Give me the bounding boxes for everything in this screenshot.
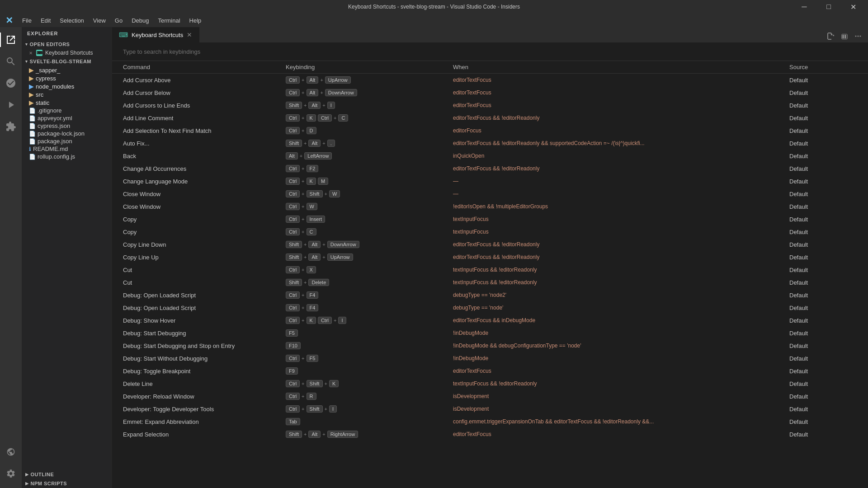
tree-item-package[interactable]: 📄 package.json — [22, 137, 112, 145]
tree-item-static[interactable]: ▶ static — [22, 99, 112, 107]
key-plus: + — [302, 292, 304, 298]
table-row[interactable]: CutCtrl+XtextInputFocus && !editorReadon… — [112, 263, 868, 276]
table-row[interactable]: Debug: Toggle BreakpointF9editorTextFocu… — [112, 365, 868, 377]
key-plus: + — [302, 216, 304, 222]
row-when: textInputFocus — [453, 216, 789, 222]
tab-close-kb[interactable]: ✕ — [187, 32, 192, 38]
open-settings-json-icon[interactable] — [825, 30, 837, 42]
npm-scripts-section[interactable]: ▶ NPM SCRIPTS — [22, 479, 112, 488]
menu-go[interactable]: Go — [110, 15, 127, 26]
menu-selection[interactable]: Selection — [55, 15, 88, 26]
more-actions-icon[interactable] — [852, 30, 864, 42]
tree-item-src[interactable]: ▶ src — [22, 90, 112, 99]
close-button[interactable]: ✕ — [843, 0, 863, 14]
row-command: Debug: Start Debugging and Stop on Entry — [123, 343, 286, 349]
table-row[interactable]: Auto Fix...Shift+Alt+.editorTextFocus &&… — [112, 137, 868, 150]
table-row[interactable]: Debug: Start Without DebuggingCtrl+F5!in… — [112, 352, 868, 365]
row-command: Delete Line — [123, 380, 286, 387]
table-row[interactable]: Copy Line UpShift+Alt+UpArroweditorTextF… — [112, 251, 868, 263]
tree-item-sapper[interactable]: ▶ _sapper_ — [22, 66, 112, 74]
table-row[interactable]: Close WindowCtrl+W!editorIsOpen && !mult… — [112, 200, 868, 213]
table-row[interactable]: Debug: Show HoverCtrl+KCtrl+IeditorTextF… — [112, 314, 868, 327]
table-row[interactable]: Add Cursor BelowCtrl+Alt+DownArroweditor… — [112, 86, 868, 99]
table-row[interactable]: Change Language ModeCtrl+KM—Default — [112, 175, 868, 188]
table-row[interactable]: Add Cursors to Line EndsShift+Alt+Iedito… — [112, 99, 868, 112]
menu-help[interactable]: Help — [185, 15, 206, 26]
row-command: Add Cursor Below — [123, 89, 286, 96]
extensions-icon[interactable] — [0, 116, 22, 137]
source-control-icon[interactable] — [0, 72, 22, 94]
tree-item-appveyor[interactable]: 📄 appveyor.yml — [22, 114, 112, 122]
search-activity-icon[interactable] — [0, 51, 22, 72]
row-keybinding: Tab — [286, 418, 453, 425]
table-row[interactable]: Change All OccurrencesCtrl+F2editorTextF… — [112, 162, 868, 175]
table-row[interactable]: Add Selection To Next Find MatchCtrl+Ded… — [112, 124, 868, 137]
row-keybinding: Shift+Alt+I — [286, 102, 453, 109]
minimize-button[interactable]: ─ — [794, 0, 815, 14]
row-keybinding: Ctrl+Alt+DownArrow — [286, 89, 453, 96]
outline-section[interactable]: ▶ OUTLINE — [22, 470, 112, 479]
key-badge: . — [327, 140, 335, 147]
maximize-button[interactable]: □ — [818, 0, 839, 14]
table-row[interactable]: Debug: Start Debugging and Stop on Entry… — [112, 339, 868, 352]
key-badge: Alt — [308, 140, 321, 147]
table-row[interactable]: Developer: Reload WindowCtrl+RisDevelopm… — [112, 390, 868, 403]
table-row[interactable]: Debug: Open Loaded ScriptCtrl+F4debugTyp… — [112, 301, 868, 314]
menu-file[interactable]: File — [18, 15, 36, 26]
menu-view[interactable]: View — [89, 15, 110, 26]
table-row[interactable]: Delete LineCtrl+Shift+KtextInputFocus &&… — [112, 377, 868, 390]
row-command: Copy — [123, 229, 286, 235]
key-badge: Shift — [286, 253, 302, 261]
tree-item-readme[interactable]: ℹ README.md — [22, 145, 112, 153]
menu-debug[interactable]: Debug — [127, 15, 153, 26]
menu-terminal[interactable]: Terminal — [153, 15, 184, 26]
row-source: Default — [789, 406, 857, 413]
table-row[interactable]: CopyCtrl+CtextInputFocusDefault — [112, 225, 868, 238]
tree-item-node-modules[interactable]: ▶ node_modules — [22, 82, 112, 90]
tree-item-gitignore[interactable]: 📄 .gitignore — [22, 107, 112, 114]
close-editor-icon[interactable]: ✕ — [29, 51, 33, 56]
open-editor-kb[interactable]: ✕ ⌨ Keyboard Shortcuts — [22, 49, 112, 57]
table-row[interactable]: Copy Line DownShift+Alt+DownArroweditorT… — [112, 238, 868, 251]
key-badge: Insert — [307, 216, 326, 223]
table-row[interactable]: BackAlt+LeftArrowinQuickOpenDefault — [112, 150, 868, 162]
table-row[interactable]: Add Line CommentCtrl+KCtrl+CeditorTextFo… — [112, 112, 868, 124]
table-row[interactable]: Debug: Start DebuggingF5!inDebugModeDefa… — [112, 327, 868, 339]
table-row[interactable]: CutShift+DeletetextInputFocus && !editor… — [112, 276, 868, 289]
table-row[interactable]: CopyCtrl+InserttextInputFocusDefault — [112, 213, 868, 225]
key-plus: + — [322, 432, 325, 437]
tree-item-cypress[interactable]: ▶ cypress — [22, 74, 112, 82]
key-badge: UpArrow — [327, 253, 353, 261]
table-row[interactable]: Debug: Open Loaded ScriptCtrl+F4debugTyp… — [112, 289, 868, 301]
activity-bottom — [0, 441, 22, 488]
run-debug-icon[interactable] — [0, 94, 22, 116]
key-badge: DownArrow — [327, 241, 359, 248]
tree-item-package-lock[interactable]: 📄 package-lock.json — [22, 130, 112, 137]
project-section[interactable]: ▾ SVELTE-BLOG-STREAM — [22, 57, 112, 66]
settings-icon[interactable] — [0, 463, 22, 484]
table-row[interactable]: Developer: Toggle Developer ToolsCtrl+Sh… — [112, 403, 868, 415]
table-header: Command Keybinding When Source — [112, 61, 868, 74]
table-row[interactable]: Add Cursor AboveCtrl+Alt+UpArroweditorTe… — [112, 74, 868, 86]
row-command: Expand Selection — [123, 431, 286, 438]
tree-item-rollup[interactable]: 📄 rollup.config.js — [22, 153, 112, 160]
split-editor-icon[interactable] — [838, 30, 851, 42]
table-row[interactable]: Close WindowCtrl+Shift+W—Default — [112, 188, 868, 200]
key-plus: + — [320, 77, 323, 83]
table-row[interactable]: Expand SelectionShift+Alt+RightArrowedit… — [112, 428, 868, 441]
search-keybindings-input[interactable] — [123, 48, 259, 55]
row-command: Cut — [123, 279, 286, 286]
file-icon-readme: ℹ — [29, 146, 31, 152]
key-plus: + — [325, 191, 327, 197]
menu-edit[interactable]: Edit — [36, 15, 55, 26]
key-badge: Ctrl — [286, 216, 300, 223]
row-when: editorTextFocus — [453, 431, 789, 437]
tree-item-cypress-json[interactable]: 📄 cypress.json — [22, 122, 112, 130]
key-badge: X — [307, 266, 316, 273]
open-editors-section[interactable]: ▾ Open Editors — [22, 40, 112, 49]
tab-keyboard-shortcuts[interactable]: ⌨ Keyboard Shortcuts ✕ — [112, 27, 199, 42]
folder-icon-static: ▶ — [29, 99, 34, 106]
remote-icon[interactable] — [0, 441, 22, 463]
table-row[interactable]: Emmet: Expand AbbreviationTabconfig.emme… — [112, 415, 868, 428]
explorer-icon[interactable] — [0, 29, 22, 51]
